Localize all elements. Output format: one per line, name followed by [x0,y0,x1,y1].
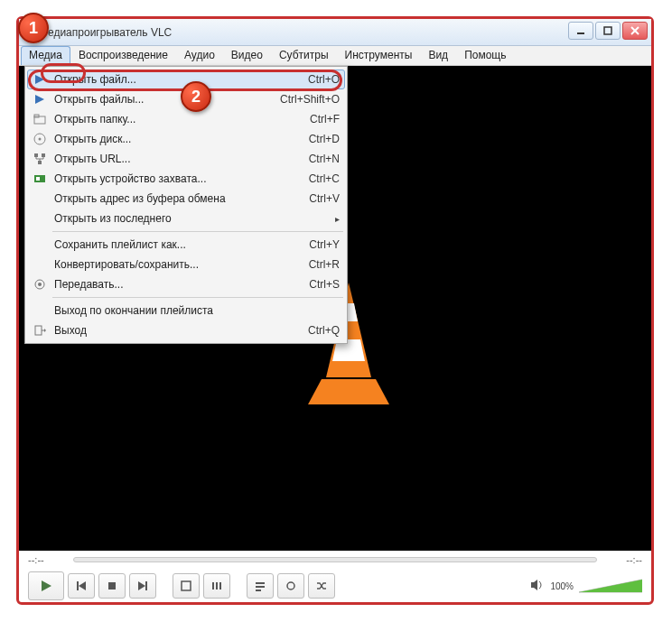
menu-help[interactable]: Помощь [456,46,514,65]
svg-rect-15 [108,582,116,590]
menuitem-quit-after-playlist[interactable]: Выход по окончании плейлиста [27,301,345,320]
menu-view[interactable]: Вид [420,46,456,65]
submenu-arrow-icon: ▸ [335,214,340,224]
playlist-button[interactable] [247,573,274,599]
volume-label: 100% [550,581,574,591]
playback-controls: 100% [19,569,651,603]
menu-subtitle[interactable]: Субтитры [271,46,337,65]
svg-marker-42 [44,329,46,332]
svg-marker-12 [42,580,51,591]
maximize-button[interactable] [595,22,621,40]
svg-rect-17 [145,581,147,590]
disc-icon [31,132,49,146]
seekbar-row: --:-- --:-- [19,551,651,569]
save-icon [31,237,49,252]
svg-rect-24 [256,590,261,591]
svg-rect-19 [212,582,214,590]
play-button[interactable] [28,571,64,600]
quit-end-icon [31,303,49,318]
play-file-icon [31,72,49,87]
menuitem-convert[interactable]: Конвертировать/сохранить... Ctrl+R [27,255,345,274]
window-title: едиапроигрыватель VLC [48,26,172,39]
svg-marker-16 [138,581,145,590]
menu-separator [52,297,343,298]
minimize-button[interactable] [568,22,593,40]
svg-rect-36 [38,161,42,164]
svg-rect-5 [604,27,611,34]
menu-audio[interactable]: Аудио [176,46,223,65]
svg-rect-23 [256,586,265,588]
menuitem-exit[interactable]: Выход Ctrl+Q [27,320,345,340]
menuitem-stream[interactable]: Передавать... Ctrl+S [27,274,345,294]
ext-settings-button[interactable] [203,573,230,599]
svg-rect-41 [35,326,42,335]
svg-marker-13 [79,581,86,590]
menuitem-open-clipboard[interactable]: Открыть адрес из буфера обмена Ctrl+V [27,189,345,209]
recent-icon [31,211,49,226]
menu-separator [52,231,343,232]
stream-icon [31,277,49,292]
next-button[interactable] [129,573,156,599]
svg-marker-29 [35,95,44,104]
svg-rect-34 [34,153,38,157]
menuitem-open-recent[interactable]: Открыть из последнего ▸ [27,209,345,228]
svg-rect-14 [77,581,79,590]
menuitem-open-url[interactable]: Открыть URL... Ctrl+N [27,149,345,169]
volume-slider[interactable] [579,578,642,594]
speaker-icon[interactable] [530,579,545,594]
svg-marker-28 [35,75,44,84]
menu-tools[interactable]: Инструменты [337,46,421,65]
menuitem-open-capture[interactable]: Открыть устройство захвата... Ctrl+C [27,169,345,189]
play-multi-icon [31,92,49,107]
time-total: --:-- [604,554,642,565]
menu-playback[interactable]: Воспроизведение [70,46,176,65]
menuitem-open-disc[interactable]: Открыть диск... Ctrl+D [27,129,345,149]
convert-icon [31,257,49,272]
loop-button[interactable] [277,573,304,599]
annotated-frame: едиапроигрыватель VLC Медиа Воспроизведе… [16,16,654,605]
clipboard-icon [31,191,49,206]
svg-rect-21 [219,582,221,590]
folder-icon [31,112,49,126]
prev-button[interactable] [68,573,95,599]
callout-badge-2: 2 [181,81,211,112]
close-button[interactable] [622,22,648,40]
fullscreen-button[interactable] [173,573,200,599]
menubar: Медиа Воспроизведение Аудио Видео Субтит… [19,46,651,66]
svg-marker-25 [531,580,537,590]
svg-rect-38 [36,177,40,181]
random-button[interactable] [308,573,335,599]
stop-button[interactable] [98,573,126,599]
capture-icon [31,172,49,186]
seek-slider[interactable] [73,557,597,562]
svg-rect-22 [256,582,265,584]
menuitem-save-playlist[interactable]: Сохранить плейлист как... Ctrl+Y [27,235,345,255]
svg-point-33 [39,138,42,141]
svg-rect-35 [42,153,45,157]
exit-icon [31,323,49,338]
window-titlebar[interactable]: едиапроигрыватель VLC [19,19,651,46]
network-icon [31,152,49,166]
time-elapsed: --:-- [28,554,66,565]
menu-media[interactable]: Медиа [21,46,70,65]
svg-marker-11 [308,379,389,404]
svg-rect-20 [216,582,218,590]
svg-point-39 [38,283,42,286]
menu-video[interactable]: Видео [223,46,271,65]
callout-badge-1: 1 [18,13,49,43]
svg-rect-18 [182,581,191,590]
menuitem-open-folder[interactable]: Открыть папку... Ctrl+F [27,109,345,129]
